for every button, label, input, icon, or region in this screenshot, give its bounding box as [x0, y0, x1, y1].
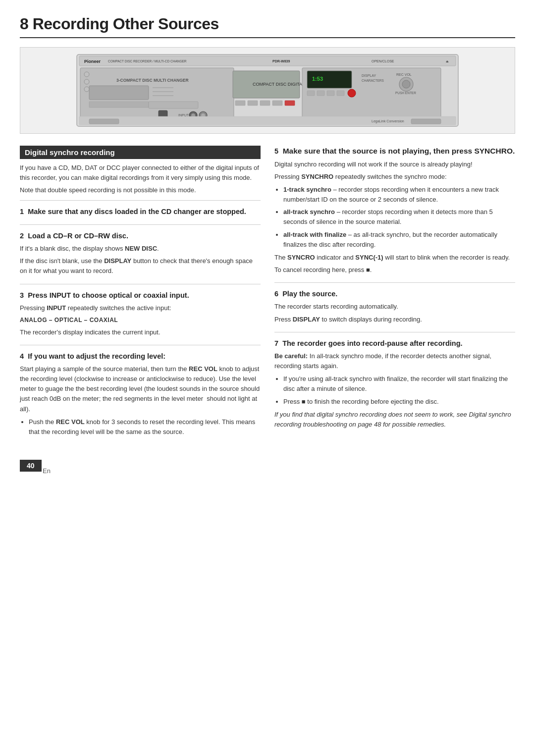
left-column: Digital synchro recording If you have a …: [20, 146, 261, 445]
input-chain: ANALOG – OPTICAL – COAXIAL: [20, 316, 261, 325]
svg-text:LegaLink Conversion: LegaLink Conversion: [372, 119, 404, 123]
svg-rect-35: [317, 91, 324, 96]
device-image: Pioneer COMPACT DISC RECORDER / MULTI-CD…: [20, 47, 515, 134]
step-4-title: 4 If you want to adjust the recording le…: [20, 351, 261, 361]
step-6-body: The recorder starts recording automatica…: [274, 302, 515, 324]
step-1-number: 1: [20, 208, 24, 216]
svg-text:PDR-W839: PDR-W839: [272, 59, 290, 63]
svg-text:3-COMPACT DISC MULTI CHANGER: 3-COMPACT DISC MULTI CHANGER: [116, 78, 189, 83]
svg-text:REC VOL: REC VOL: [396, 73, 412, 76]
step-2-body: If it's a blank disc, the display shows …: [20, 244, 261, 276]
svg-rect-10: [89, 102, 149, 108]
step-5-bullets: 1-track synchro – recorder stops recordi…: [283, 185, 515, 250]
step-5: 5 Make sure that the source is not playi…: [274, 146, 515, 282]
step-4: 4 If you want to adjust the recording le…: [20, 345, 261, 445]
svg-text:CHARACTERS: CHARACTERS: [362, 79, 384, 82]
step-2: 2 Load a CD–R or CD–RW disc. If it's a b…: [20, 224, 261, 284]
svg-text:PUSH ENTER: PUSH ENTER: [395, 91, 416, 95]
svg-text:Pioneer: Pioneer: [84, 59, 101, 64]
svg-rect-29: [272, 101, 282, 106]
step-3-title: 3 Press INPUT to choose optical or coaxi…: [20, 290, 261, 300]
svg-point-38: [348, 89, 356, 97]
svg-rect-36: [327, 91, 334, 96]
step-5-title: 5 Make sure that the source is not playi…: [274, 146, 515, 157]
intro-text: If you have a CD, MD, DAT or DCC player …: [20, 163, 261, 182]
step-2-title: 2 Load a CD–R or CD–RW disc.: [20, 231, 261, 241]
step-3-body: Pressing INPUT repeatedly switches the a…: [20, 303, 261, 337]
section-heading: Digital synchro recording: [20, 146, 261, 159]
step-4-body: Start playing a sample of the source mat…: [20, 364, 261, 437]
svg-text:DISPLAY: DISPLAY: [362, 74, 376, 77]
step-4-bullets: Push the REC VOL knob for 3 seconds to r…: [29, 417, 261, 437]
page-number: 40: [20, 460, 42, 472]
right-column: 5 Make sure that the source is not playi…: [274, 146, 515, 445]
step-7-bullets: If you're using all-track synchro with f…: [283, 374, 515, 406]
svg-point-12: [84, 79, 89, 84]
step-7-body: Be careful: In all-track synchro mode, i…: [274, 351, 515, 430]
step-6-title: 6 Play the source.: [274, 289, 515, 299]
svg-rect-37: [337, 91, 344, 96]
step-7-title: 7 The recorder goes into record-pause af…: [274, 338, 515, 348]
step-1: 1 Make sure that any discs loaded in the…: [20, 200, 261, 224]
step-6: 6 Play the source. The recorder starts r…: [274, 282, 515, 332]
svg-rect-17: [149, 102, 198, 108]
svg-rect-48: [411, 119, 441, 124]
svg-point-43: [402, 80, 410, 88]
svg-text:COMPACT DISC RECORDER / MULTI-: COMPACT DISC RECORDER / MULTI-CD CHANGER: [108, 59, 187, 63]
svg-text:⏏: ⏏: [446, 60, 449, 63]
svg-rect-26: [235, 101, 245, 106]
step-7: 7 The recorder goes into record-pause af…: [274, 332, 515, 437]
svg-text:1:53: 1:53: [312, 76, 323, 82]
step-1-title: 1 Make sure that any discs loaded in the…: [20, 207, 261, 216]
svg-point-13: [84, 87, 89, 92]
svg-rect-34: [307, 91, 315, 96]
page-title: 8 Recording Other Sources: [20, 15, 515, 38]
svg-rect-27: [248, 101, 258, 106]
step-3: 3 Press INPUT to choose optical or coaxi…: [20, 284, 261, 345]
svg-text:OPEN/CLOSE: OPEN/CLOSE: [372, 59, 394, 63]
svg-rect-30: [285, 101, 295, 106]
svg-rect-47: [89, 119, 119, 124]
page-footer: 40 En: [20, 460, 515, 475]
en-label: En: [43, 467, 51, 475]
svg-rect-9: [89, 86, 149, 100]
svg-rect-28: [260, 101, 270, 106]
step-7-italic-note: If you find that digital synchro recordi…: [274, 410, 515, 430]
svg-point-11: [84, 72, 89, 77]
note-text: Note that double speed recording is not …: [20, 185, 261, 195]
step-5-body: Digital synchro recording will not work …: [274, 160, 515, 275]
